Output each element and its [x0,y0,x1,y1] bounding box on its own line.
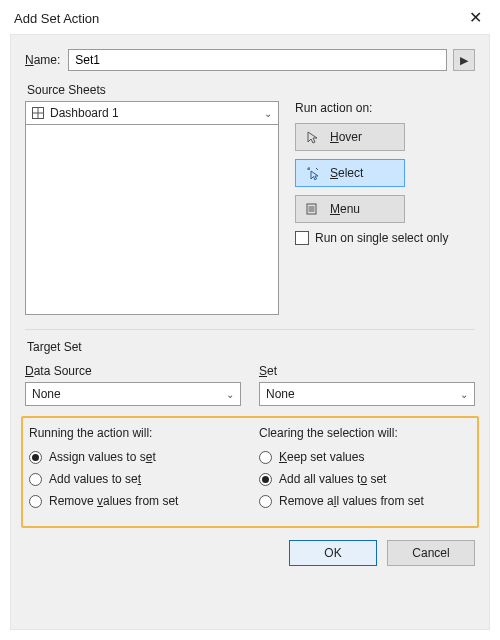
radio-label: Remove all values from set [279,494,424,508]
set-value: None [266,387,454,401]
name-row: Name: ▶ [25,49,475,71]
run-action-menu-label: Menu [330,202,360,216]
run-single-select-label: Run on single select only [315,231,448,245]
triangle-right-icon: ▶ [460,54,468,67]
run-action-hover-label: Hover [330,130,362,144]
dialog-body: Name: ▶ Source Sheets Dashboard 1 ⌄ Run … [10,34,490,630]
clearing-selection-column: Clearing the selection will: Keep set va… [259,426,471,516]
highlighted-options: Running the action will: Assign values t… [21,416,479,528]
titlebar: Add Set Action ✕ [0,0,500,34]
dialog-add-set-action: Add Set Action ✕ Name: ▶ Source Sheets D… [0,0,500,640]
chevron-down-icon: ⌄ [226,389,234,400]
divider [25,329,475,330]
clearing-selection-header: Clearing the selection will: [259,426,471,440]
radio-icon [29,451,42,464]
radio-icon [29,495,42,508]
radio-keep-values[interactable]: Keep set values [259,450,471,464]
svg-line-5 [316,168,318,170]
radio-label: Remove values from set [49,494,178,508]
radio-add-values[interactable]: Add values to set [29,472,241,486]
source-left: Dashboard 1 ⌄ [25,101,279,315]
radio-label: Add all values to set [279,472,386,486]
data-source-label: Data Source [25,364,241,378]
radio-label: Add values to set [49,472,141,486]
button-row: OK Cancel [25,540,475,566]
cursor-icon [306,130,320,144]
target-set-label: Target Set [27,340,475,354]
running-action-header: Running the action will: [29,426,241,440]
select-icon [306,166,320,180]
set-column: Set None ⌄ [259,358,475,406]
ok-button[interactable]: OK [289,540,377,566]
radio-icon [29,473,42,486]
target-row: Data Source None ⌄ Set None ⌄ [25,358,475,406]
cancel-button[interactable]: Cancel [387,540,475,566]
name-label: Name: [25,53,60,67]
source-sheets-label: Source Sheets [27,83,475,97]
radio-icon [259,473,272,486]
source-sheet-list[interactable] [25,125,279,315]
radio-label: Keep set values [279,450,364,464]
run-action-on-label: Run action on: [295,101,475,115]
run-action-menu-button[interactable]: Menu [295,195,405,223]
run-action-hover-button[interactable]: Hover [295,123,405,151]
radio-add-all-values[interactable]: Add all values to set [259,472,471,486]
run-action-select-button[interactable]: Select [295,159,405,187]
data-source-column: Data Source None ⌄ [25,358,241,406]
radio-assign-values[interactable]: Assign values to set [29,450,241,464]
radio-label: Assign values to set [49,450,156,464]
name-input[interactable] [68,49,447,71]
source-area: Dashboard 1 ⌄ Run action on: Hover [25,101,475,315]
radio-icon [259,495,272,508]
name-menu-button[interactable]: ▶ [453,49,475,71]
running-action-column: Running the action will: Assign values t… [29,426,241,516]
chevron-down-icon: ⌄ [460,389,468,400]
dialog-title: Add Set Action [14,11,99,26]
menu-icon [306,202,320,216]
run-action-column: Run action on: Hover Select [295,101,475,245]
chevron-down-icon: ⌄ [264,108,272,119]
radio-remove-values[interactable]: Remove values from set [29,494,241,508]
radio-remove-all-values[interactable]: Remove all values from set [259,494,471,508]
run-single-select-row[interactable]: Run on single select only [295,231,475,245]
dashboard-icon [32,107,44,119]
set-dropdown[interactable]: None ⌄ [259,382,475,406]
run-action-select-label: Select [330,166,363,180]
set-label: Set [259,364,475,378]
checkbox-icon[interactable] [295,231,309,245]
data-source-dropdown[interactable]: None ⌄ [25,382,241,406]
close-icon[interactable]: ✕ [465,8,486,28]
source-sheet-dropdown[interactable]: Dashboard 1 ⌄ [25,101,279,125]
data-source-value: None [32,387,220,401]
source-sheet-value: Dashboard 1 [50,106,258,120]
radio-icon [259,451,272,464]
